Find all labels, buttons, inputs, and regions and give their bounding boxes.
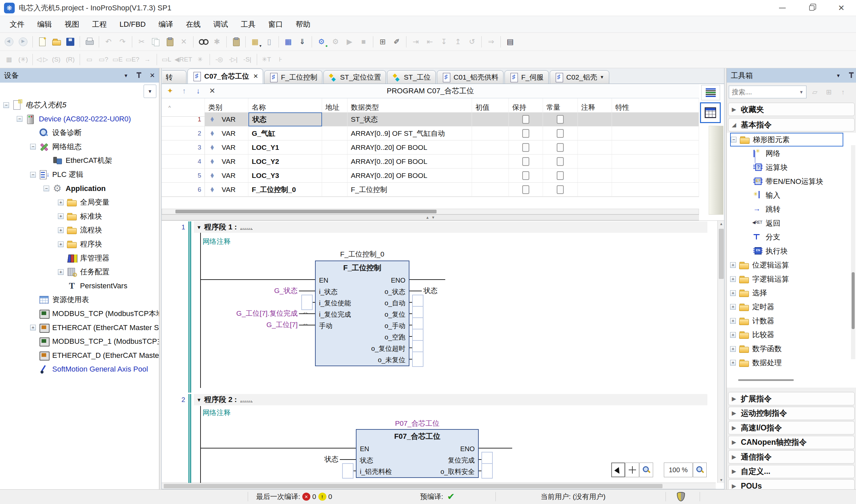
application-selector[interactable]: ▼ — [143, 85, 156, 98]
cell-attribute[interactable] — [612, 126, 699, 141]
cell-address[interactable] — [322, 112, 347, 126]
toolbox-item-返回[interactable]: 返回 — [752, 216, 780, 230]
start[interactable]: ▶ — [342, 35, 357, 49]
cell-address[interactable] — [322, 141, 347, 155]
menu-调试[interactable]: 调试 — [207, 16, 234, 33]
ld-tool-9[interactable]: → — [140, 53, 154, 67]
tree-item-设备诊断[interactable]: 设备诊断 — [30, 126, 82, 140]
input-assistant[interactable] — [229, 35, 243, 49]
cell-initvalue[interactable] — [472, 183, 509, 197]
cell-attribute[interactable] — [612, 183, 699, 197]
ladder-vscroll-thumb[interactable] — [719, 229, 724, 279]
expand-icon[interactable]: + — [730, 262, 736, 268]
retain-checkbox[interactable] — [522, 143, 529, 152]
tree-item-网络组态[interactable]: −网络组态 — [30, 140, 82, 154]
declaration-dropdown[interactable]: ▦▾ — [248, 35, 262, 49]
input-operand[interactable]: G_工位[7] — [174, 320, 297, 329]
toolbox-item-网络[interactable]: 网络 — [752, 147, 780, 161]
redo[interactable]: ↷ — [116, 35, 130, 49]
toolbox-scrollbar[interactable] — [851, 145, 855, 359]
watch-list[interactable]: ▤ — [503, 35, 517, 49]
build[interactable]: ▦ — [281, 35, 295, 49]
step-over[interactable]: ⇥ — [409, 35, 423, 49]
cell-initvalue[interactable] — [472, 112, 509, 126]
tab-ST_定位位置[interactable]: ST_定位位置 — [323, 70, 386, 84]
ld-tool-14[interactable]: -▷| — [226, 53, 240, 67]
fb-instance-name[interactable]: P07_合芯工位 — [356, 419, 479, 428]
toolbox-hscroll-thumb[interactable] — [738, 379, 794, 381]
tree-item-PersistentVars[interactable]: PersistentVars — [58, 279, 127, 293]
toolbox-item-选择[interactable]: +选择 — [730, 286, 767, 300]
expand-icon[interactable]: + — [730, 290, 736, 296]
toolbox-item-运算块[interactable]: 运算块 — [752, 161, 788, 174]
cell-comment[interactable] — [578, 168, 612, 183]
expand-icon[interactable]: + — [58, 228, 64, 233]
new-file[interactable] — [35, 35, 49, 49]
section-运动控制指令[interactable]: ▶运动控制指令 — [728, 407, 855, 420]
cell-class[interactable]: VAR — [205, 126, 249, 141]
ld-tool-17[interactable]: ⊦ — [274, 53, 288, 67]
network-comment[interactable]: 网络注释 — [203, 237, 230, 246]
scroll-down-icon[interactable]: ▼ — [718, 478, 724, 482]
toolbox-scroll-thumb[interactable] — [852, 272, 855, 329]
scroll-up-icon[interactable]: ▲ — [718, 222, 724, 226]
login[interactable]: ⚙● — [314, 35, 328, 49]
retain-checkbox[interactable] — [522, 115, 529, 124]
move-up-button[interactable]: ↑ — [837, 86, 849, 98]
cell-initvalue[interactable] — [472, 155, 509, 168]
cell-datatype[interactable]: ARRAY[0..20] OF BOOL — [347, 155, 472, 168]
tree-item-程序块[interactable]: +程序块 — [58, 237, 102, 251]
tree-item-标准块[interactable]: +标准块 — [58, 209, 102, 223]
ld-tool-8[interactable]: ▭E? — [124, 53, 140, 67]
print[interactable] — [82, 35, 97, 49]
expand-icon[interactable]: + — [58, 269, 64, 275]
ld-tool-6[interactable]: ▭? — [97, 53, 110, 67]
tree-item-Application[interactable]: −Application — [44, 182, 106, 196]
collapse-triangle-icon[interactable]: ▼ — [196, 224, 202, 230]
menu-文件[interactable]: 文件 — [3, 16, 31, 33]
function-block[interactable]: F_工位控制ENENOi_状态o_状态i_复位使能o_自动i_复位完成o_复位手… — [315, 260, 409, 366]
replace[interactable]: ✱ — [210, 35, 224, 49]
ld-tool-3[interactable]: (S) — [49, 53, 63, 67]
collapse-icon[interactable]: − — [17, 116, 22, 122]
tree-item-任务配置[interactable]: +任务配置 — [58, 265, 109, 279]
step-into[interactable]: ⇤ — [423, 35, 437, 49]
section-CANopen轴控指令[interactable]: ▶CANopen轴控指令 — [728, 436, 855, 449]
tab-close-icon[interactable]: ✕ — [253, 73, 258, 80]
ladder-horizontal-scrollbar[interactable] — [162, 483, 716, 489]
section-favorites[interactable]: ▶收藏夹 — [728, 103, 855, 116]
empty-operand-box[interactable] — [301, 295, 313, 310]
section-扩展指令[interactable]: ▶扩展指令 — [728, 392, 855, 406]
table-vertical-scrollbar[interactable] — [709, 126, 723, 215]
tab-C02_铝壳[interactable]: C02_铝壳▼ — [550, 70, 609, 84]
output-operand[interactable]: 状态 — [424, 286, 438, 295]
collapse-triangle-icon[interactable]: ▼ — [196, 397, 202, 403]
open-file[interactable] — [49, 35, 63, 49]
add-block-button[interactable]: ⊞ — [823, 86, 835, 98]
table-scroll-thumb[interactable] — [175, 210, 436, 213]
cell-comment[interactable] — [578, 141, 612, 155]
expand-icon[interactable]: + — [730, 346, 736, 352]
navigate-forward[interactable] — [16, 35, 30, 49]
tree-item-资源使用表[interactable]: 资源使用表 — [30, 293, 89, 307]
edit-online[interactable]: ✐ — [390, 35, 404, 49]
empty-operand-box[interactable] — [342, 463, 354, 479]
menu-视图[interactable]: 视图 — [58, 16, 86, 33]
minimize-button[interactable] — [768, 0, 797, 16]
cell-class[interactable]: VAR — [205, 141, 249, 155]
table-horizontal-scrollbar[interactable] — [162, 209, 699, 214]
section-basic-instructions[interactable]: ◢基本指令 — [728, 118, 855, 131]
tree-item-全局变量[interactable]: +全局变量 — [58, 195, 109, 209]
network-header[interactable]: ▼程序段 1 :...... — [196, 221, 252, 233]
empty-operand-box[interactable] — [412, 352, 424, 367]
constant-checkbox[interactable] — [557, 157, 564, 166]
cell-comment[interactable] — [578, 112, 612, 126]
cell-comment[interactable] — [578, 126, 612, 141]
section-高速I/O指令[interactable]: ▶高速I/O指令 — [728, 421, 855, 434]
tabular-view-button[interactable] — [700, 102, 721, 123]
cell-attribute[interactable] — [612, 112, 699, 126]
cell-class[interactable]: VAR — [205, 112, 249, 126]
step-out[interactable]: ↧ — [437, 35, 451, 49]
constant-checkbox[interactable] — [557, 129, 564, 138]
restore-button[interactable] — [797, 0, 826, 16]
